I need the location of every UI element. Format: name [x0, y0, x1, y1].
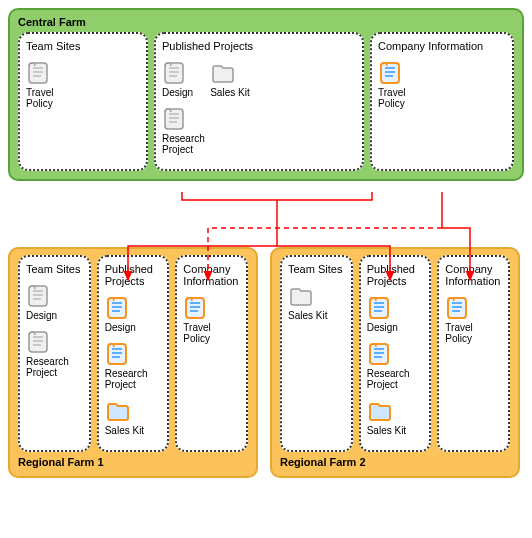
- scroll-icon: [26, 283, 52, 309]
- panel-title: Company Information: [378, 40, 506, 52]
- regional1-panels: Team Sites Design ResearchProject Publis…: [18, 255, 248, 452]
- scroll-icon: [367, 295, 393, 321]
- panel-title: Team Sites: [26, 40, 140, 52]
- item-label: Sales Kit: [105, 425, 144, 436]
- item-label: Sales Kit: [210, 87, 249, 98]
- scroll-icon: [162, 60, 188, 86]
- item-label: ResearchProject: [162, 133, 205, 155]
- scroll-icon: [367, 341, 393, 367]
- item-label: Design: [162, 87, 193, 98]
- item-label: Design: [105, 322, 136, 333]
- scroll-icon: [26, 329, 52, 355]
- r1-team-sites-panel: Team Sites Design ResearchProject: [18, 255, 91, 452]
- item-travel-policy: TravelPolicy: [445, 295, 502, 344]
- regional2-panels: Team Sites Sales Kit PublishedProjects D…: [280, 255, 510, 452]
- item-design: Design: [162, 60, 193, 98]
- regional-farm-2-title: Regional Farm 2: [280, 456, 510, 468]
- item-label: TravelPolicy: [26, 87, 53, 109]
- item-label: Sales Kit: [367, 425, 406, 436]
- item-sales-kit: Sales Kit: [105, 398, 162, 436]
- central-company-info-panel: Company Information TravelPolicy: [370, 32, 514, 171]
- item-label: TravelPolicy: [183, 322, 210, 344]
- central-farm-title: Central Farm: [18, 16, 514, 28]
- item-travel-policy: TravelPolicy: [378, 60, 506, 109]
- scroll-icon: [445, 295, 471, 321]
- item-label: Design: [26, 310, 57, 321]
- folder-icon: [367, 398, 393, 424]
- regional-farm-2: Team Sites Sales Kit PublishedProjects D…: [270, 247, 520, 478]
- regional-farm-1: Team Sites Design ResearchProject Publis…: [8, 247, 258, 478]
- scroll-icon: [26, 60, 52, 86]
- central-panels: Team Sites TravelPolicy Published Projec…: [18, 32, 514, 171]
- item-research-project: ResearchProject: [105, 341, 162, 390]
- item-label: TravelPolicy: [445, 322, 472, 344]
- r2-company-info-panel: CompanyInformation TravelPolicy: [437, 255, 510, 452]
- central-team-sites-panel: Team Sites TravelPolicy: [18, 32, 148, 171]
- item-label: ResearchProject: [105, 368, 148, 390]
- item-design: Design: [26, 283, 83, 321]
- item-design: Design: [105, 295, 162, 333]
- panel-title: Published Projects: [162, 40, 356, 52]
- regional-farm-1-title: Regional Farm 1: [18, 456, 248, 468]
- item-label: ResearchProject: [26, 356, 69, 378]
- scroll-icon: [378, 60, 404, 86]
- r1-published-projects-panel: PublishedProjects Design ResearchProject…: [97, 255, 170, 452]
- item-label: ResearchProject: [367, 368, 410, 390]
- item-research-project: ResearchProject: [162, 106, 356, 155]
- panel-title: CompanyInformation: [183, 263, 240, 287]
- scroll-icon: [162, 106, 188, 132]
- item-research-project: ResearchProject: [367, 341, 424, 390]
- item-travel-policy: TravelPolicy: [26, 60, 140, 109]
- item-research-project: ResearchProject: [26, 329, 83, 378]
- r1-company-info-panel: CompanyInformation TravelPolicy: [175, 255, 248, 452]
- scroll-icon: [183, 295, 209, 321]
- central-published-projects-panel: Published Projects Design Sales Kit Rese…: [154, 32, 364, 171]
- item-sales-kit: Sales Kit: [288, 283, 345, 321]
- folder-icon: [210, 60, 236, 86]
- central-farm: Central Farm Team Sites TravelPolicy Pub…: [8, 8, 524, 181]
- panel-title: Team Sites: [26, 263, 83, 275]
- scroll-icon: [105, 295, 131, 321]
- item-label: Sales Kit: [288, 310, 327, 321]
- panel-title: Team Sites: [288, 263, 345, 275]
- panel-title: PublishedProjects: [367, 263, 424, 287]
- item-sales-kit: Sales Kit: [367, 398, 424, 436]
- scroll-icon: [105, 341, 131, 367]
- r2-published-projects-panel: PublishedProjects Design ResearchProject…: [359, 255, 432, 452]
- item-label: Design: [367, 322, 398, 333]
- item-sales-kit: Sales Kit: [210, 60, 249, 98]
- folder-icon: [105, 398, 131, 424]
- r2-team-sites-panel: Team Sites Sales Kit: [280, 255, 353, 452]
- item-design: Design: [367, 295, 424, 333]
- panel-title: PublishedProjects: [105, 263, 162, 287]
- folder-icon: [288, 283, 314, 309]
- panel-title: CompanyInformation: [445, 263, 502, 287]
- item-label: TravelPolicy: [378, 87, 405, 109]
- item-travel-policy: TravelPolicy: [183, 295, 240, 344]
